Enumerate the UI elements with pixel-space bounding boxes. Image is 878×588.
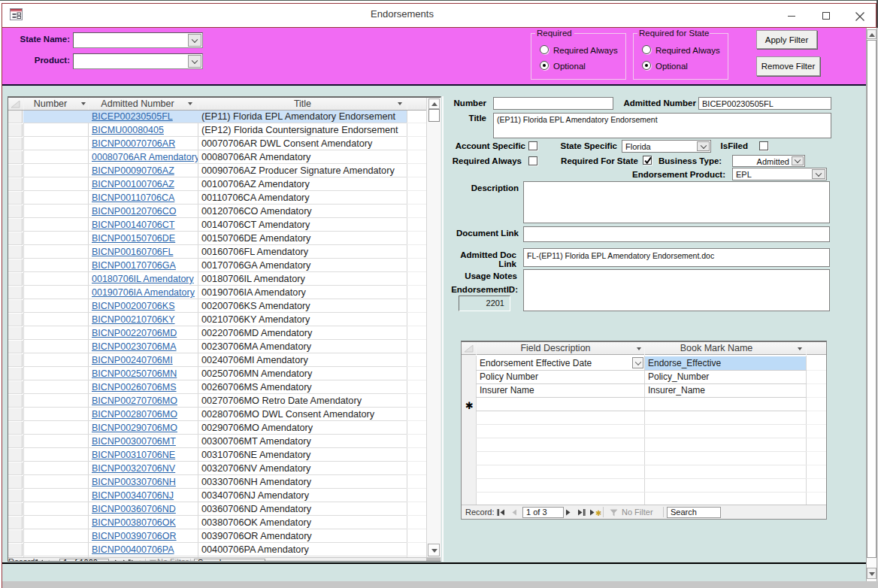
svg-text:✱: ✱	[137, 559, 143, 562]
svg-text:✱: ✱	[595, 509, 601, 517]
